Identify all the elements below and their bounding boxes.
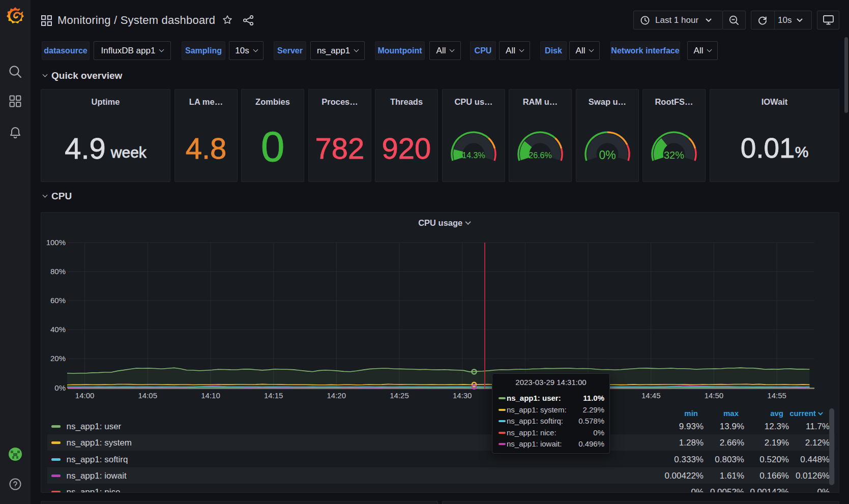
svg-text:14:55: 14:55 xyxy=(767,391,786,400)
svg-text:14:20: 14:20 xyxy=(327,391,346,400)
svg-text:100%: 100% xyxy=(46,238,66,247)
svg-text:14:50: 14:50 xyxy=(705,391,724,400)
svg-text:14.3%: 14.3% xyxy=(462,151,485,160)
svg-text:14:45: 14:45 xyxy=(641,391,661,400)
svg-text:32%: 32% xyxy=(664,150,684,161)
svg-text:0%: 0% xyxy=(599,149,616,162)
svg-text:0%: 0% xyxy=(54,383,66,392)
svg-text:40%: 40% xyxy=(50,325,66,334)
svg-text:14:10: 14:10 xyxy=(201,391,220,400)
svg-text:14:30: 14:30 xyxy=(453,391,472,400)
svg-text:14:15: 14:15 xyxy=(264,391,283,400)
svg-text:26.6%: 26.6% xyxy=(529,151,551,160)
svg-text:60%: 60% xyxy=(50,296,66,305)
svg-text:80%: 80% xyxy=(50,267,66,276)
svg-text:20%: 20% xyxy=(50,354,66,363)
svg-text:14:00: 14:00 xyxy=(75,391,95,400)
svg-text:14:05: 14:05 xyxy=(138,391,158,400)
svg-text:14:25: 14:25 xyxy=(390,391,409,400)
